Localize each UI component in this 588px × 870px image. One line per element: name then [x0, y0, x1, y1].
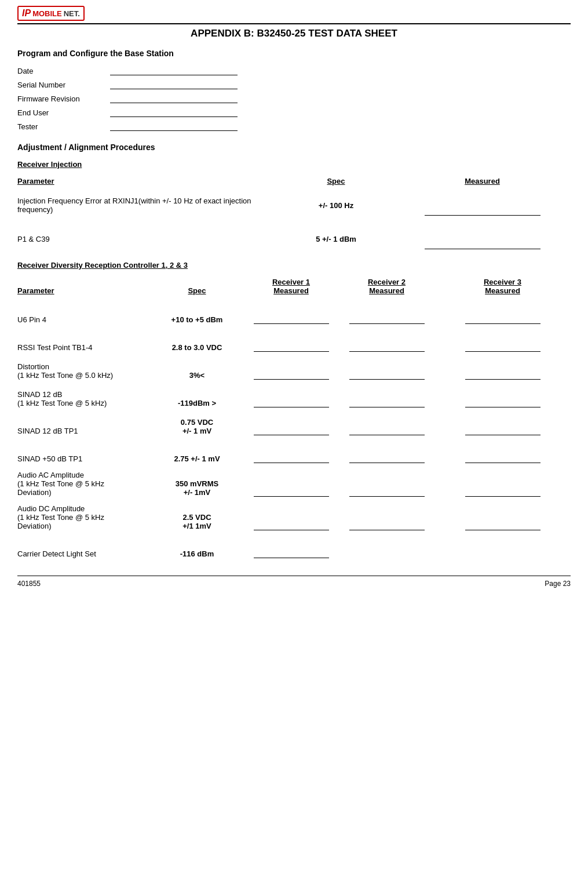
- form-row-date: Date: [17, 66, 571, 75]
- d-row-audiodc-r2-line[interactable]: [349, 521, 425, 530]
- d-row-sinad50-r3-line[interactable]: [465, 454, 540, 463]
- serial-label: Serial Number: [17, 81, 110, 89]
- d-row-distortion-r2: [339, 359, 434, 380]
- ri-header-parameter: Parameter: [17, 177, 278, 185]
- d-row-audioac-r2: [339, 476, 434, 497]
- d-row-rssi-spec: 2.8 to 3.0 VDC: [151, 343, 243, 352]
- d-row-u6pin4-r3-line[interactable]: [465, 315, 540, 324]
- page-title: APPENDIX B: B32450-25 TEST DATA SHEET: [17, 28, 571, 39]
- logo-net: NET.: [64, 9, 80, 18]
- d-row-rssi-r3-line[interactable]: [465, 343, 540, 352]
- d-row-audioac-r1-line[interactable]: [254, 487, 329, 497]
- d-row-sinad12tp1: SINAD 12 dB TP1 0.75 VDC+/- 1 mV: [17, 411, 571, 435]
- d-row-sinad50-r1-line[interactable]: [254, 454, 329, 463]
- form-row-enduser: End User: [17, 108, 571, 117]
- d-row-carrier-r1: [243, 537, 339, 558]
- d-row-rssi-r3: [434, 331, 571, 352]
- d-row-rssi: RSSI Test Point TB1-4 2.8 to 3.0 VDC: [17, 327, 571, 352]
- firmware-label: Firmware Revision: [17, 94, 110, 103]
- adjustment-section: Adjustment / Alignment Procedures Receiv…: [17, 143, 571, 558]
- ri-row1-spec: 5 +/- 1 dBm: [278, 235, 394, 243]
- d-row-sinad50-r2-line[interactable]: [349, 454, 425, 463]
- d-row-audioac-r2-line[interactable]: [349, 487, 425, 497]
- ri-row1-measured-line[interactable]: [425, 240, 540, 249]
- d-row-sinad12-r1-line[interactable]: [254, 398, 329, 407]
- d-row-audiodc-r3-line[interactable]: [465, 521, 540, 530]
- d-row-sinad12-r1: [243, 387, 339, 407]
- ri-row0-measured: [394, 195, 571, 216]
- d-row-sinad12tp1-r1: [243, 414, 339, 435]
- firmware-field[interactable]: [110, 94, 238, 103]
- d-row-audioac-r1: [243, 476, 339, 497]
- d-row-rssi-r1: [243, 331, 339, 352]
- d-row-audioac-r3-line[interactable]: [465, 487, 540, 497]
- d-row-carrier-param: Carrier Detect Light Set: [17, 547, 151, 558]
- date-field[interactable]: [110, 66, 238, 75]
- form-row-serial: Serial Number: [17, 80, 571, 89]
- d-row-sinad12tp1-param: SINAD 12 dB TP1: [17, 424, 151, 435]
- d-row-u6pin4-r3: [434, 303, 571, 324]
- d-row-sinad12tp1-r2-line[interactable]: [349, 426, 425, 435]
- d-row-distortion-r1-line[interactable]: [254, 370, 329, 380]
- d-row-sinad12-r3-line[interactable]: [465, 398, 540, 407]
- d-row-sinad12tp1-r1-line[interactable]: [254, 426, 329, 435]
- d-row-distortion-r2-line[interactable]: [349, 370, 425, 380]
- d-row-sinad12-r2-line[interactable]: [349, 398, 425, 407]
- ri-row0-spec: +/- 100 Hz: [278, 201, 394, 210]
- d-row-audiodc-spec: 2.5 VDC+/1 1mV: [151, 513, 243, 530]
- tester-field[interactable]: [110, 122, 238, 131]
- program-section-title: Program and Configure the Base Station: [17, 49, 571, 58]
- d-row-sinad12-spec: -119dBm >: [151, 399, 243, 407]
- d-row-carrier-r1-line[interactable]: [254, 549, 329, 558]
- d-row-audiodc-r2: [339, 509, 434, 530]
- d-row-sinad12-r2: [339, 387, 434, 407]
- enduser-label: End User: [17, 108, 110, 117]
- ri-row0-measured-line[interactable]: [425, 206, 540, 216]
- d-row-distortion-r1: [243, 359, 339, 380]
- d-row-audioac-param: Audio AC Amplitude(1 kHz Test Tone @ 5 k…: [17, 468, 151, 497]
- ri-header-measured: Measured: [394, 177, 571, 185]
- d-row-distortion: Distortion(1 kHz Test Tone @ 5.0 kHz) 3%…: [17, 355, 571, 380]
- tester-label: Tester: [17, 122, 110, 131]
- d-row-audioac-spec: 350 mVRMS+/- 1mV: [151, 479, 243, 497]
- logo-box: IP MOBILE NET.: [17, 6, 85, 21]
- d-row-u6pin4: U6 Pin 4 +10 to +5 dBm: [17, 300, 571, 324]
- d-header-spec: Spec: [151, 286, 243, 295]
- logo-area: IP MOBILE NET.: [17, 6, 571, 21]
- d-row-rssi-r1-line[interactable]: [254, 343, 329, 352]
- serial-field[interactable]: [110, 80, 238, 89]
- d-row-sinad12tp1-r3-line[interactable]: [465, 426, 540, 435]
- d-row-distortion-param: Distortion(1 kHz Test Tone @ 5.0 kHz): [17, 360, 151, 380]
- receiver-injection-title: Receiver Injection: [17, 160, 571, 169]
- d-row-sinad50-r2: [339, 442, 434, 463]
- d-row-rssi-r2-line[interactable]: [349, 343, 425, 352]
- enduser-field[interactable]: [110, 108, 238, 117]
- d-row-carrier-spec: -116 dBm: [151, 549, 243, 558]
- d-row-audiodc-r3: [434, 509, 571, 530]
- top-divider: [17, 23, 571, 24]
- d-row-distortion-r3-line[interactable]: [465, 370, 540, 380]
- d-row-distortion-spec: 3%<: [151, 371, 243, 380]
- d-row-sinad12tp1-r3: [434, 414, 571, 435]
- ri-table-header: Parameter Spec Measured: [17, 177, 571, 185]
- d-row-audiodc-r1-line[interactable]: [254, 521, 329, 530]
- d-row-sinad50-spec: 2.75 +/- 1 mV: [151, 454, 243, 463]
- adjustment-title: Adjustment / Alignment Procedures: [17, 143, 571, 152]
- d-row-audiodc: Audio DC Amplitude(1 kHz Test Tone @ 5 k…: [17, 500, 571, 530]
- ri-row-0: Injection Frequency Error at RXINJ1(with…: [17, 189, 571, 221]
- d-row-audioac-r3: [434, 476, 571, 497]
- diversity-section: Receiver Diversity Reception Controller …: [17, 261, 571, 558]
- d-row-u6pin4-r2-line[interactable]: [349, 315, 425, 324]
- diversity-table-header: Parameter Spec Receiver 1Measured Receiv…: [17, 278, 571, 295]
- d-row-u6pin4-r1-line[interactable]: [254, 315, 329, 324]
- footer-left: 401855: [17, 580, 41, 588]
- d-row-audioac: Audio AC Amplitude(1 kHz Test Tone @ 5 k…: [17, 467, 571, 497]
- logo-mobile: MOBILE: [32, 9, 62, 18]
- ri-header-spec: Spec: [278, 177, 394, 185]
- d-row-u6pin4-spec: +10 to +5 dBm: [151, 315, 243, 324]
- form-row-tester: Tester: [17, 122, 571, 131]
- d-header-parameter: Parameter: [17, 286, 151, 295]
- footer: 401855 Page 23: [17, 576, 571, 588]
- receiver-injection-block: Receiver Injection Parameter Spec Measur…: [17, 160, 571, 252]
- d-row-carrier: Carrier Detect Light Set -116 dBm: [17, 534, 571, 558]
